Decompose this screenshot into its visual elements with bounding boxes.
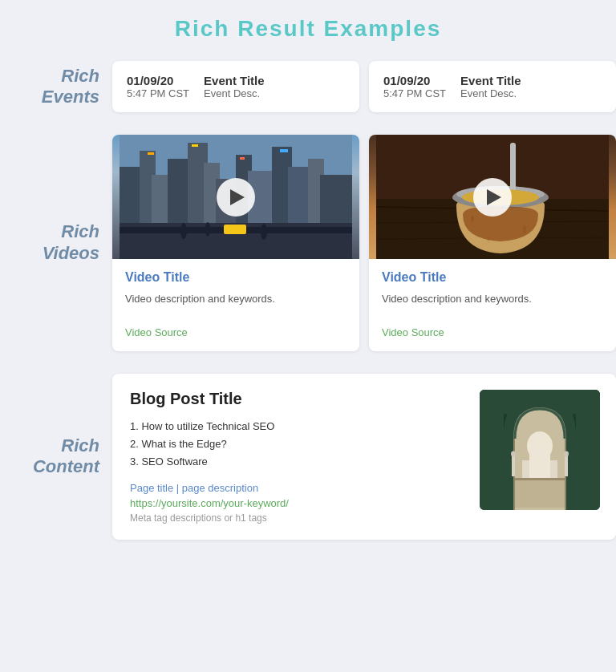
blog-meta: Meta tag descriptions or h1 tags [130,512,467,524]
svg-rect-50 [529,452,550,478]
svg-point-56 [564,451,569,456]
videos-section: Rich Videos [0,135,616,351]
svg-rect-53 [512,454,515,476]
svg-rect-51 [522,460,529,478]
svg-point-20 [180,223,187,239]
content-text: Blog Post Title 1. How to utilize Techni… [130,390,467,524]
videos-label: Rich Videos [0,221,112,264]
events-section: Rich Events 01/09/20 5:47 PM CST Event T… [0,61,616,112]
video-source-2[interactable]: Video Source [382,326,603,338]
events-label: Rich Events [0,66,112,108]
video-thumbnail-1 [112,135,359,259]
content-label: Rich Content [0,435,112,478]
blog-list-item-2: 2. What is the Edge? [130,435,467,453]
event-date-2: 01/09/20 [383,74,446,87]
event-info-2: Event Title Event Desc. [460,74,521,99]
event-card-1[interactable]: 01/09/20 5:47 PM CST Event Title Event D… [112,61,359,112]
svg-rect-18 [148,152,154,155]
blog-url[interactable]: https://yoursite.com/your-keyword/ [130,497,467,509]
blog-list-item-1: 1. How to utilize Technical SEO [130,418,467,435]
event-title-2: Event Title [460,74,521,87]
svg-rect-17 [280,149,288,152]
event-date-1: 01/09/20 [127,74,189,87]
video-title-2: Video Title [382,270,603,285]
svg-point-22 [261,224,267,240]
events-content: 01/09/20 5:47 PM CST Event Title Event D… [112,61,616,112]
page-container: Rich Result Examples Rich Events 01/09/2… [0,0,616,672]
svg-point-54 [511,451,516,456]
event-desc-2: Event Desc. [460,87,521,99]
event-time-1: 5:47 PM CST [127,87,189,99]
svg-rect-33 [510,143,516,195]
play-icon-1 [230,189,245,205]
content-section: Rich Content Blog Post Title 1. How to u… [0,374,616,540]
video-body-1: Video Title Video description and keywor… [112,259,359,351]
blog-page-link[interactable]: Page title | page description [130,482,467,494]
blog-list-item-3: 3. SEO Software [130,453,467,471]
mosque-illustration [480,390,600,510]
content-area: Blog Post Title 1. How to utilize Techni… [112,374,616,540]
event-datetime-2: 01/09/20 5:47 PM CST [383,74,446,99]
video-title-1: Video Title [125,270,346,285]
svg-rect-16 [240,157,245,160]
blog-list: 1. How to utilize Technical SEO 2. What … [130,418,467,471]
event-time-2: 5:47 PM CST [383,87,446,99]
play-button-2[interactable] [473,178,512,217]
event-datetime-1: 01/09/20 5:47 PM CST [127,74,189,99]
video-description-1: Video description and keywords. [125,291,346,307]
event-info-1: Event Title Event Desc. [204,74,265,99]
play-button-1[interactable] [217,178,255,217]
video-body-2: Video Title Video description and keywor… [369,259,616,351]
svg-rect-15 [192,144,198,147]
video-source-1[interactable]: Video Source [125,326,346,338]
video-thumbnail-2 [369,135,616,259]
svg-rect-52 [550,460,557,478]
blog-post-title: Blog Post Title [130,390,467,408]
event-desc-1: Event Desc. [204,87,265,99]
content-card[interactable]: Blog Post Title 1. How to utilize Techni… [112,374,616,540]
svg-rect-23 [224,225,246,234]
content-image [480,390,600,510]
event-title-1: Event Title [204,74,265,87]
svg-point-21 [205,222,210,237]
video-card-2[interactable]: Video Title Video description and keywor… [369,135,616,351]
video-card-1[interactable]: Video Title Video description and keywor… [112,135,359,351]
play-icon-2 [487,189,501,205]
page-title: Rich Result Examples [0,16,616,42]
video-description-2: Video description and keywords. [382,291,603,307]
videos-content: Video Title Video description and keywor… [112,135,616,351]
svg-rect-57 [515,480,565,508]
svg-rect-55 [565,454,568,476]
svg-rect-58 [515,478,565,480]
event-card-2[interactable]: 01/09/20 5:47 PM CST Event Title Event D… [369,61,616,112]
